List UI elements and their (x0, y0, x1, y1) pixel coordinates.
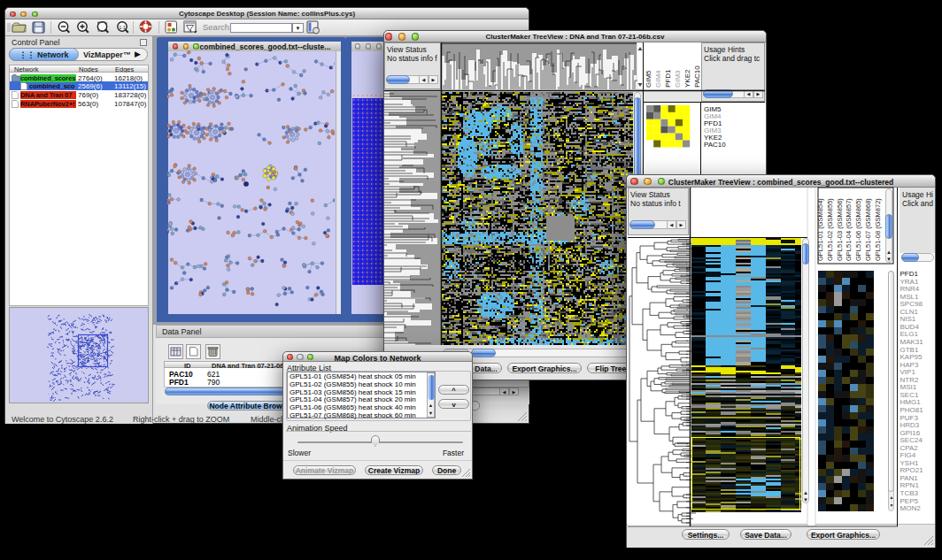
svg-text:1:1: 1:1 (119, 25, 126, 30)
svg-text:Search:: Search: (203, 22, 232, 32)
